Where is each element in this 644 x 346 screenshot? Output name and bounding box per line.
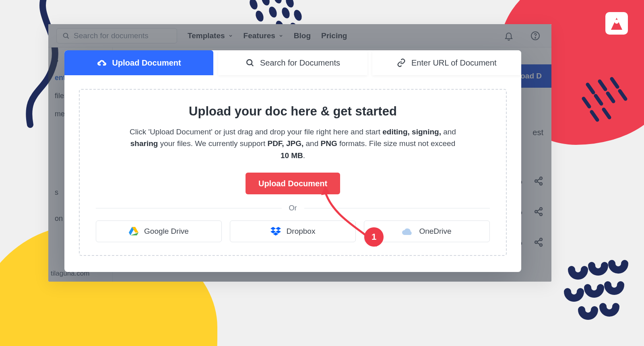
tab-search-label: Search for Documents (260, 58, 340, 68)
provider-dropbox-label: Dropbox (287, 227, 316, 236)
provider-google-drive[interactable]: Google Drive (96, 220, 222, 242)
svg-line-41 (252, 64, 254, 66)
onedrive-icon (402, 228, 413, 235)
provider-gdrive-label: Google Drive (144, 227, 189, 236)
provider-onedrive[interactable]: OneDrive (364, 220, 490, 242)
link-icon (397, 58, 406, 67)
decorative-doodle-bottom-right (559, 253, 636, 322)
svg-line-16 (620, 91, 625, 99)
svg-line-15 (608, 93, 613, 101)
modal-tabs: Upload Document Search for Documents Ent… (64, 50, 521, 75)
upload-document-button[interactable]: Upload Document (246, 173, 340, 194)
provider-dropbox[interactable]: Dropbox (230, 220, 356, 242)
or-divider: Or (96, 204, 490, 212)
app-frame: Search for documents Templates Features … (48, 24, 551, 282)
svg-point-7 (293, 9, 303, 22)
svg-point-1 (260, 0, 271, 6)
svg-marker-46 (276, 227, 281, 230)
svg-marker-45 (270, 227, 276, 230)
cloud-upload-icon (97, 58, 107, 68)
app-logo-icon (605, 12, 628, 35)
upload-modal: Upload Document Search for Documents Ent… (64, 50, 521, 272)
dropbox-icon (270, 227, 281, 236)
svg-line-12 (612, 79, 617, 87)
svg-point-4 (254, 10, 265, 23)
tab-search-documents[interactable]: Search for Documents (218, 50, 367, 75)
tab-upload-document[interactable]: Upload Document (64, 50, 213, 75)
svg-line-10 (588, 84, 593, 93)
svg-line-14 (596, 96, 601, 104)
tab-enter-url[interactable]: Enter URL of Document (372, 50, 521, 75)
svg-line-18 (604, 109, 609, 117)
svg-line-17 (592, 112, 597, 120)
svg-point-3 (285, 0, 295, 8)
svg-point-0 (248, 0, 259, 10)
svg-point-6 (281, 6, 291, 19)
svg-point-5 (268, 6, 278, 19)
or-label: Or (289, 204, 297, 212)
svg-point-2 (272, 0, 283, 4)
svg-point-20 (615, 20, 619, 24)
upload-heading: Upload your doc here & get started (96, 104, 490, 119)
upload-description: Click 'Upload Document' or just drag and… (126, 126, 460, 161)
tab-upload-label: Upload Document (112, 58, 181, 68)
search-icon (246, 58, 254, 67)
provider-onedrive-label: OneDrive (419, 227, 451, 236)
upload-dropzone[interactable]: Upload your doc here & get started Click… (79, 89, 507, 256)
svg-line-13 (584, 99, 589, 107)
decorative-doodle-right (580, 76, 632, 129)
svg-line-11 (600, 81, 605, 89)
google-drive-icon (129, 227, 138, 236)
svg-point-40 (247, 60, 252, 65)
tab-url-label: Enter URL of Document (411, 58, 497, 68)
